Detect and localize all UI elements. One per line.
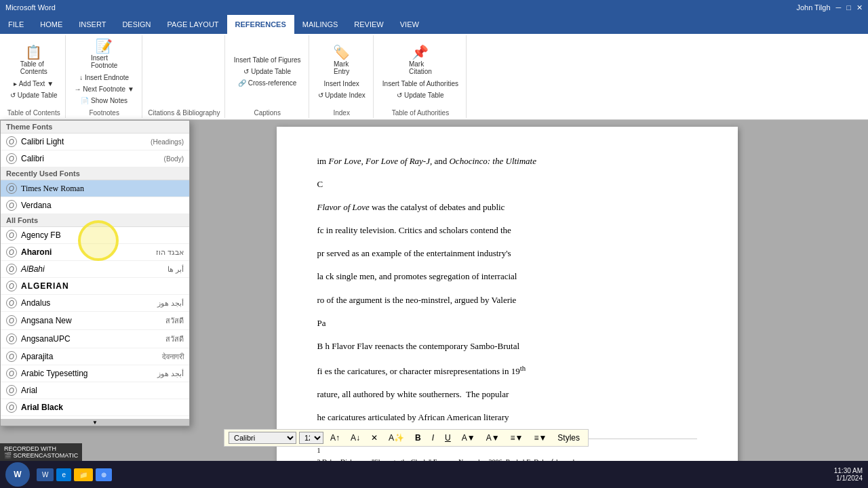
font-aharoni[interactable]: O Aharoni אבגד הוז bbox=[1, 244, 189, 261]
tab-page-layout[interactable]: PAGE LAYOUT bbox=[159, 15, 227, 34]
update-table-captions-btn[interactable]: ↺ Update Table bbox=[240, 66, 294, 77]
tab-home[interactable]: HOME bbox=[32, 15, 71, 34]
font-algerian[interactable]: O ALGERIAN bbox=[1, 278, 189, 295]
insert-table-authorities-btn[interactable]: Insert Table of Authorities bbox=[379, 78, 462, 89]
font-arial-black[interactable]: O Arial Black bbox=[1, 399, 189, 416]
font-icon-aharoni: O bbox=[6, 247, 17, 258]
font-albahi[interactable]: O AlBahi أبر ها bbox=[1, 261, 189, 278]
bold-btn[interactable]: B bbox=[411, 432, 425, 444]
doc-para-6: B h Flavor Flav reenacts the contemporar… bbox=[317, 339, 697, 354]
doc-para-8: rature, all authored by white southerner… bbox=[317, 387, 697, 402]
font-name-times: Times New Roman bbox=[21, 184, 184, 194]
cross-reference-btn[interactable]: 🔗 Cross-reference bbox=[235, 77, 300, 89]
update-table-toc-btn[interactable]: ↺ Update Table bbox=[7, 89, 61, 101]
toc-group-label: Table of Contents bbox=[7, 106, 60, 117]
doc-para-7: fi es the caricatures, or character misr… bbox=[317, 362, 697, 379]
table-of-contents-btn[interactable]: 📋 Table ofContents bbox=[16, 43, 52, 78]
font-andalus[interactable]: O Andalus أبجد هوز bbox=[1, 295, 189, 312]
font-times-new-roman[interactable]: O Times New Roman bbox=[1, 180, 189, 197]
font-verdana[interactable]: O Verdana bbox=[1, 197, 189, 214]
font-icon-andalus: O bbox=[6, 298, 17, 308]
font-name-angsanaupc: AngsanaUPC bbox=[21, 334, 161, 344]
text-effects-btn[interactable]: A✨ bbox=[384, 432, 408, 444]
next-footnote-btn[interactable]: → Next Footnote ▼ bbox=[71, 83, 138, 95]
taskbar-folder-icon[interactable]: 📁 bbox=[74, 468, 93, 481]
mark-citation-icon: 📌 bbox=[412, 45, 429, 59]
minimize-btn[interactable]: ─ bbox=[836, 3, 842, 12]
document-page: im For Love, For Love of Ray-J, and Ocho… bbox=[277, 127, 738, 481]
tab-references[interactable]: REFERENCES bbox=[227, 15, 294, 34]
font-calibri-light[interactable]: O Calibri Light (Headings) bbox=[1, 134, 189, 150]
start-btn[interactable]: W bbox=[5, 462, 30, 487]
font-name-verdana: Verdana bbox=[21, 201, 184, 210]
authorities-group-label: Table of Authorities bbox=[392, 106, 450, 117]
insert-index-label: Insert Index bbox=[324, 80, 359, 87]
font-icon-calibri: O bbox=[6, 153, 17, 164]
font-preview-andalus: أبجد هوز bbox=[157, 299, 184, 308]
font-angsana-new[interactable]: O Angsana New สวัสดี bbox=[1, 312, 189, 330]
tab-review[interactable]: REVIEW bbox=[346, 15, 391, 34]
underline-btn[interactable]: U bbox=[441, 432, 455, 444]
insert-footnote-label: InsertFootnote bbox=[91, 54, 117, 69]
theme-fonts-header: Theme Fonts bbox=[1, 121, 189, 134]
font-color-btn[interactable]: A▼ bbox=[482, 432, 504, 444]
taskbar-chrome-icon[interactable]: ⊕ bbox=[96, 468, 112, 481]
italic-btn[interactable]: I bbox=[428, 432, 438, 444]
indent-btn[interactable]: ≡▼ bbox=[530, 432, 551, 444]
tab-file[interactable]: FILE bbox=[0, 15, 32, 34]
update-index-btn[interactable]: ↺ Update Index bbox=[315, 89, 369, 101]
font-dropdown[interactable]: Theme Fonts O Calibri Light (Headings) O… bbox=[0, 120, 190, 426]
add-text-btn[interactable]: ▸ Add Text ▼ bbox=[10, 78, 57, 89]
insert-endnote-btn[interactable]: ↓ Insert Endnote bbox=[76, 72, 132, 83]
taskbar-word-icon[interactable]: W bbox=[37, 468, 54, 481]
insert-index-btn[interactable]: Insert Index bbox=[321, 78, 363, 89]
font-family-select[interactable]: Calibri bbox=[229, 432, 296, 444]
font-preview-aharoni: אבגד הוז bbox=[156, 248, 184, 257]
font-angsanaupc[interactable]: O AngsanaUPC สวัสดี bbox=[1, 330, 189, 348]
tab-design[interactable]: DESIGN bbox=[114, 15, 159, 34]
font-icon-albahi: O bbox=[6, 264, 17, 274]
font-name-arial: Arial bbox=[21, 386, 184, 395]
show-notes-btn[interactable]: 📄 Show Notes bbox=[77, 95, 131, 106]
update-table-authorities-btn[interactable]: ↺ Update Table bbox=[393, 89, 448, 101]
increase-font-btn[interactable]: A↑ bbox=[326, 432, 344, 444]
font-agency-fb[interactable]: O Agency FB bbox=[1, 227, 189, 244]
font-icon-verdana: O bbox=[6, 200, 17, 211]
font-preview-angsanaupc: สวัสดี bbox=[165, 333, 184, 345]
insert-footnote-btn[interactable]: 📝 InsertFootnote bbox=[86, 37, 122, 72]
citations-group-label: Citations & Bibliography bbox=[148, 106, 220, 117]
insert-table-figures-btn[interactable]: Insert Table of Figures bbox=[231, 54, 304, 66]
font-aparajita[interactable]: O Aparajita देवनागरी bbox=[1, 348, 189, 365]
close-btn[interactable]: ✕ bbox=[856, 3, 863, 12]
cross-reference-label: 🔗 Cross-reference bbox=[238, 79, 296, 87]
doc-para-3: pr served as an example of the entertain… bbox=[317, 246, 697, 261]
mark-entry-btn[interactable]: 🏷️ MarkEntry bbox=[328, 43, 355, 78]
footnotes-group-label: Footnotes bbox=[89, 106, 119, 117]
decrease-font-btn[interactable]: A↓ bbox=[347, 432, 364, 444]
list-btn[interactable]: ≡▼ bbox=[507, 432, 528, 444]
font-icon-calibri-light: O bbox=[6, 136, 17, 147]
update-table-toc-label: ↺ Update Table bbox=[10, 92, 58, 99]
font-name-arial-black: Arial Black bbox=[21, 403, 184, 412]
font-dropdown-scrollbar-down[interactable]: ▼ bbox=[1, 419, 189, 426]
ribbon-group-footnotes: 📝 InsertFootnote ↓ Insert Endnote → Next… bbox=[67, 35, 142, 118]
font-preview-arabic: أبجد هوز bbox=[157, 369, 184, 378]
tab-insert[interactable]: INSERT bbox=[71, 15, 114, 34]
tab-mailings[interactable]: MAILINGS bbox=[294, 15, 347, 34]
clear-format-btn[interactable]: ✕ bbox=[367, 432, 382, 444]
font-arabic-typesetting[interactable]: O Arabic Typesetting أبجد هوز bbox=[1, 365, 189, 382]
tab-view[interactable]: VIEW bbox=[392, 15, 427, 34]
font-calibri[interactable]: O Calibri (Body) bbox=[1, 150, 189, 167]
taskbar-ie-icon[interactable]: e bbox=[56, 468, 71, 481]
next-footnote-label: → Next Footnote ▼ bbox=[75, 85, 134, 93]
styles-btn[interactable]: Styles bbox=[553, 432, 584, 444]
mark-citation-btn[interactable]: 📌 MarkCitation bbox=[404, 43, 437, 78]
font-size-select[interactable]: 12 bbox=[299, 432, 323, 444]
mark-citation-label: MarkCitation bbox=[409, 60, 432, 75]
highlight-btn[interactable]: A▼ bbox=[458, 432, 479, 444]
font-arial[interactable]: O Arial bbox=[1, 382, 189, 399]
tab-bar: FILE HOME INSERT DESIGN PAGE LAYOUT REFE… bbox=[0, 15, 868, 34]
taskbar-time: 11:30 AM 1/1/2024 bbox=[834, 467, 863, 482]
font-icon-algerian: O bbox=[6, 281, 17, 291]
restore-btn[interactable]: □ bbox=[846, 3, 851, 12]
